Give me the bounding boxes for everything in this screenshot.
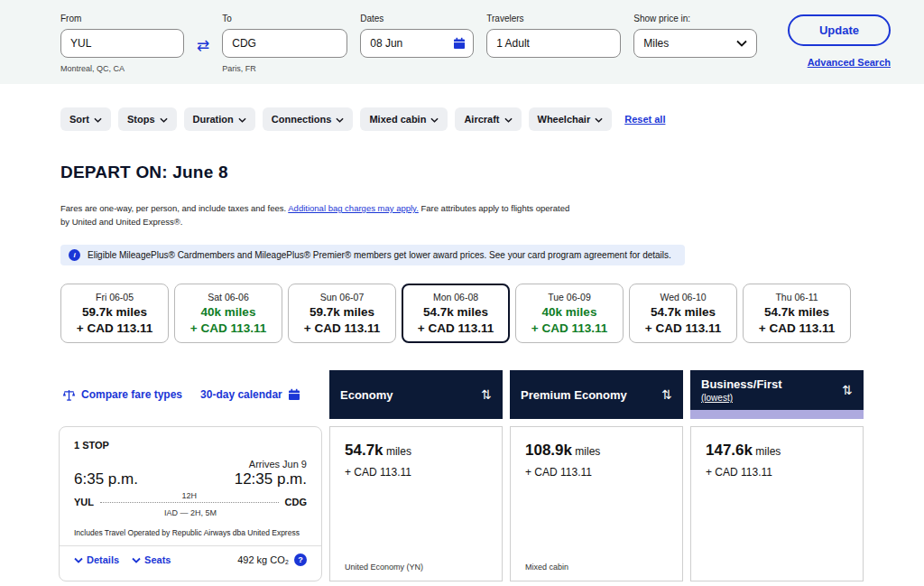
co2-value: 492 kg CO₂ bbox=[237, 554, 289, 565]
chevron-down-icon bbox=[336, 117, 344, 123]
results-grid: Compare fare types 30-day calendar Econo… bbox=[59, 370, 924, 581]
date-label: Thu 06-11 bbox=[775, 292, 818, 302]
stops-label: 1 STOP bbox=[74, 440, 307, 451]
chevron-down-icon bbox=[430, 117, 439, 123]
to-field-group: To Paris, FR bbox=[222, 14, 347, 73]
fare-miles-unit: miles bbox=[572, 445, 600, 458]
compare-fare-types-link[interactable]: Compare fare types bbox=[62, 388, 182, 401]
search-bar: From Montreal, QC, CA ⇄ To Paris, FR Dat… bbox=[0, 0, 924, 84]
column-title: Economy bbox=[340, 388, 393, 402]
chevron-down-icon bbox=[504, 117, 513, 123]
filter-stops[interactable]: Stops bbox=[118, 107, 177, 131]
reset-all-link[interactable]: Reset all bbox=[624, 114, 665, 125]
column-header-premium-economy[interactable]: Premium Economy ⇅ bbox=[510, 370, 683, 419]
date-card-mon-06-08-selected[interactable]: Mon 06-08 54.7k miles + CAD 113.11 bbox=[402, 284, 510, 343]
to-label: To bbox=[222, 14, 347, 23]
miles-price: 54.7k miles bbox=[423, 305, 488, 319]
chevron-down-icon bbox=[595, 117, 603, 123]
banner-text: Eligible MileagePlus® Cardmembers and Mi… bbox=[88, 250, 671, 260]
fare-miles: 147.6k bbox=[706, 442, 753, 459]
column-title: Premium Economy bbox=[521, 388, 627, 402]
cash-price: + CAD 113.11 bbox=[531, 321, 607, 335]
filter-label: Mixed cabin bbox=[369, 114, 426, 125]
miles-price: 54.7k miles bbox=[764, 305, 829, 319]
chevron-down-icon bbox=[94, 117, 102, 123]
fare-cash: + CAD 113.11 bbox=[345, 466, 487, 479]
filter-wheelchair[interactable]: Wheelchair bbox=[529, 107, 613, 131]
fare-note: United Economy (YN) bbox=[345, 563, 423, 572]
from-label: From bbox=[60, 14, 184, 23]
arrival-time: 12:35 p.m. bbox=[235, 470, 307, 488]
filter-label: Stops bbox=[127, 114, 155, 125]
date-strip: Fri 06-05 59.7k miles + CAD 113.11 Sat 0… bbox=[60, 284, 924, 343]
travelers-label: Travelers bbox=[486, 14, 621, 23]
date-card-wed-06-10[interactable]: Wed 06-10 54.7k miles + CAD 113.11 bbox=[629, 284, 737, 343]
destination-code: CDG bbox=[285, 497, 307, 507]
fare-cell-premium-economy[interactable]: 108.9k miles + CAD 113.11 Mixed cabin bbox=[510, 426, 683, 581]
filter-label: Duration bbox=[193, 114, 234, 125]
update-button[interactable]: Update bbox=[788, 14, 891, 46]
filter-connections[interactable]: Connections bbox=[263, 107, 354, 131]
details-label: Details bbox=[87, 554, 119, 565]
results-toolbar: Compare fare types 30-day calendar bbox=[59, 370, 322, 419]
to-subtext: Paris, FR bbox=[222, 64, 347, 73]
calendar-icon bbox=[288, 388, 300, 401]
date-card-sat-06-06[interactable]: Sat 06-06 40k miles + CAD 113.11 bbox=[174, 284, 282, 343]
date-card-fri-06-05[interactable]: Fri 06-05 59.7k miles + CAD 113.11 bbox=[60, 284, 169, 343]
from-input[interactable] bbox=[60, 29, 184, 58]
details-toggle[interactable]: Details bbox=[74, 554, 119, 565]
date-card-sun-06-07[interactable]: Sun 06-07 59.7k miles + CAD 113.11 bbox=[288, 284, 396, 343]
flight-duration: 12H bbox=[182, 491, 198, 500]
filter-mixed-cabin[interactable]: Mixed cabin bbox=[360, 107, 448, 131]
swap-airports-icon[interactable]: ⇄ bbox=[197, 38, 209, 53]
page-title: DEPART ON: June 8 bbox=[60, 163, 924, 182]
currency-value: Miles bbox=[643, 37, 669, 50]
filter-duration[interactable]: Duration bbox=[184, 107, 255, 131]
bag-charges-link[interactable]: Additional bag charges may apply. bbox=[288, 203, 419, 213]
advanced-search-link[interactable]: Advanced Search bbox=[808, 57, 891, 68]
filter-aircraft[interactable]: Aircraft bbox=[455, 107, 521, 131]
miles-price: 59.7k miles bbox=[310, 305, 374, 319]
cash-price: + CAD 113.11 bbox=[304, 321, 380, 335]
cash-price: + CAD 113.11 bbox=[190, 321, 266, 335]
column-header-business-first[interactable]: Business/First(lowest) ⇅ bbox=[690, 370, 864, 419]
to-input[interactable] bbox=[222, 29, 347, 58]
date-label: Sat 06-06 bbox=[208, 292, 249, 302]
column-header-economy[interactable]: Economy ⇅ bbox=[329, 370, 503, 419]
filter-label: Aircraft bbox=[464, 114, 499, 125]
date-label: Mon 06-08 bbox=[433, 292, 478, 302]
compare-scale-icon bbox=[62, 389, 76, 401]
sort-arrows-icon: ⇅ bbox=[661, 387, 672, 402]
fare-cash: + CAD 113.11 bbox=[706, 466, 848, 479]
date-label: Tue 06-09 bbox=[548, 292, 590, 302]
info-icon: i bbox=[69, 249, 80, 261]
fare-miles-unit: miles bbox=[753, 445, 781, 458]
co2-help-icon[interactable]: ? bbox=[294, 553, 307, 566]
flight-result-card: 1 STOP Arrives Jun 9 6:35 p.m. 12:35 p.m… bbox=[59, 426, 322, 581]
filter-sort[interactable]: Sort bbox=[60, 107, 111, 131]
cash-price: + CAD 113.11 bbox=[418, 321, 494, 335]
fare-miles-unit: miles bbox=[383, 445, 411, 458]
dates-label: Dates bbox=[360, 14, 474, 23]
date-card-thu-06-11[interactable]: Thu 06-11 54.7k miles + CAD 113.11 bbox=[743, 284, 851, 343]
date-label: Wed 06-10 bbox=[660, 292, 706, 302]
cash-price: + CAD 113.11 bbox=[77, 321, 152, 335]
chevron-down-icon bbox=[132, 557, 141, 563]
thirty-day-calendar-link[interactable]: 30-day calendar bbox=[200, 388, 300, 401]
fare-note: Mixed cabin bbox=[525, 563, 568, 572]
travelers-field-group: Travelers bbox=[486, 14, 621, 58]
calendar-icon bbox=[453, 37, 466, 53]
fare-cell-economy[interactable]: 54.7k miles + CAD 113.11 United Economy … bbox=[329, 426, 503, 581]
seats-toggle[interactable]: Seats bbox=[132, 554, 171, 565]
chevron-down-icon bbox=[160, 117, 168, 123]
travelers-input[interactable] bbox=[486, 29, 621, 58]
disclaimer-text: Fares are one-way, per person, and inclu… bbox=[60, 203, 286, 213]
currency-select[interactable]: Miles bbox=[633, 29, 757, 58]
fare-cell-business-first[interactable]: 147.6k miles + CAD 113.11 bbox=[690, 426, 864, 581]
miles-price: 54.7k miles bbox=[651, 305, 716, 319]
date-card-tue-06-09[interactable]: Tue 06-09 40k miles + CAD 113.11 bbox=[515, 284, 624, 343]
from-field-group: From Montreal, QC, CA bbox=[60, 14, 184, 73]
calendar-label: 30-day calendar bbox=[200, 388, 282, 401]
date-label: Sun 06-07 bbox=[320, 292, 364, 302]
currency-label: Show price in: bbox=[633, 14, 757, 23]
